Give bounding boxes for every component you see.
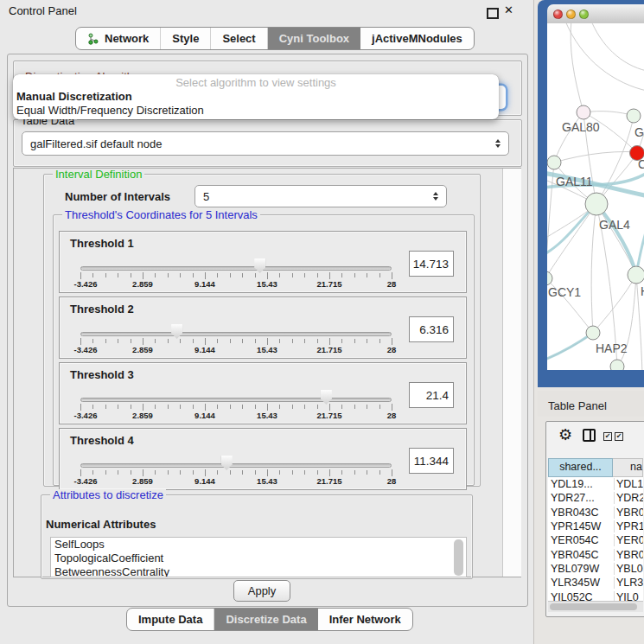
horizontal-scrollbar-thumb[interactable] bbox=[550, 603, 637, 610]
slider-tick-label: 15.43 bbox=[257, 476, 277, 486]
tab-style[interactable]: Style bbox=[161, 28, 211, 49]
network-view-window: GAL80GACGAL11GAL4GCY1HHAP2 bbox=[538, 0, 644, 387]
network-node[interactable] bbox=[547, 271, 552, 285]
tab-network[interactable]: Network bbox=[76, 28, 161, 49]
slider-handle[interactable] bbox=[221, 456, 233, 470]
network-node[interactable] bbox=[585, 193, 608, 215]
slider-track[interactable] bbox=[80, 463, 392, 468]
number-of-intervals-value: 5 bbox=[203, 190, 209, 203]
attribute-list-item[interactable]: TopologicalCoefficient bbox=[51, 552, 466, 565]
tab-jactivemnodules[interactable]: jActiveMNodules bbox=[360, 28, 474, 49]
gear-icon[interactable]: ⚙ bbox=[558, 425, 572, 443]
attribute-list-item[interactable]: SelfLoops bbox=[51, 538, 466, 552]
cyni-toolbox-panel: Discretization Algorithm Select algorith… bbox=[7, 54, 528, 607]
attributes-group: Attributes to discretize Numerical Attri… bbox=[41, 494, 473, 579]
cell-name: YDL1 bbox=[614, 478, 643, 490]
network-node[interactable] bbox=[610, 360, 624, 370]
threshold-panel-1: Threshold 1-3.4262.8599.14415.4321.71528… bbox=[59, 231, 467, 293]
checked-checkbox-icon[interactable]: ✔ bbox=[603, 432, 612, 441]
thresholds-group: Threshold's Coordinates for 5 Intervals … bbox=[53, 214, 475, 486]
close-icon[interactable]: ✕ bbox=[504, 3, 513, 16]
slider-handle[interactable] bbox=[321, 390, 332, 405]
attribute-list-item[interactable]: BetweennessCentrality bbox=[51, 565, 466, 577]
slider-tick-label: 2.859 bbox=[132, 476, 153, 486]
table-row[interactable]: YBR045CYBR0 bbox=[548, 547, 643, 561]
table-row[interactable]: YER054CYER0 bbox=[548, 533, 643, 547]
close-traffic-light-icon[interactable] bbox=[553, 10, 563, 19]
minimize-traffic-light-icon[interactable] bbox=[566, 10, 576, 19]
network-node-label: GA bbox=[634, 125, 644, 139]
scrollbar-track[interactable] bbox=[502, 169, 521, 577]
dropdown-option-equal-width-frequency-discretization[interactable]: Equal Width/Frequency Discretization bbox=[13, 104, 499, 118]
tab-infer-network[interactable]: Infer Network bbox=[318, 609, 412, 630]
slider-track[interactable] bbox=[80, 332, 392, 336]
tab-label: Infer Network bbox=[329, 613, 401, 626]
slider-tick-label: 9.144 bbox=[194, 279, 215, 289]
list-scrollbar-thumb[interactable] bbox=[454, 539, 463, 576]
combo-arrows-icon bbox=[433, 192, 438, 201]
control-panel-window: Control Panel ✕ NetworkStyleSelectCyni T… bbox=[0, 0, 534, 644]
threshold-value-field[interactable]: 11.344 bbox=[409, 448, 454, 474]
table-row[interactable]: YBR043CYBR0 bbox=[548, 506, 643, 520]
slider-tick-label: 15.43 bbox=[257, 345, 277, 354]
slider-handle[interactable] bbox=[171, 324, 182, 339]
dropdown-option-manual-discretization[interactable]: Manual Discretization bbox=[13, 90, 499, 104]
split-columns-icon[interactable] bbox=[583, 429, 596, 442]
slider-tick-label: 9.144 bbox=[194, 411, 215, 420]
network-node[interactable] bbox=[577, 105, 590, 119]
slider-handle[interactable] bbox=[254, 258, 265, 273]
network-edge bbox=[596, 204, 636, 275]
column-header-name[interactable]: na bbox=[613, 458, 643, 477]
dropdown-placeholder-option[interactable]: Select algorithm to view settings bbox=[13, 74, 499, 90]
table-row[interactable]: YDR27...YDR2 bbox=[548, 491, 643, 505]
table-data-combobox[interactable]: galFiltered.sif default node bbox=[22, 131, 509, 156]
tab-discretize-data[interactable]: Discretize Data bbox=[214, 609, 317, 630]
horizontal-scrollbar-track[interactable] bbox=[548, 601, 643, 612]
cell-name: YBL0 bbox=[614, 563, 643, 575]
network-canvas[interactable]: GAL80GACGAL11GAL4GCY1HHAP2 bbox=[547, 23, 644, 370]
tab-cyni-toolbox[interactable]: Cyni Toolbox bbox=[268, 28, 360, 49]
table-row[interactable]: YBL079WYBL0 bbox=[548, 562, 643, 576]
slider-tick-label: 9.144 bbox=[194, 345, 215, 354]
tab-select[interactable]: Select bbox=[211, 28, 267, 49]
table-row[interactable]: YIL052CYIL0 bbox=[548, 590, 643, 601]
threshold-label: Threshold 1 bbox=[70, 237, 134, 250]
slider-tick-label: 2.859 bbox=[132, 345, 153, 354]
network-node[interactable] bbox=[586, 326, 600, 340]
network-edge bbox=[591, 204, 596, 333]
table-row[interactable]: YPR145WYPR1 bbox=[548, 520, 643, 533]
tab-label: jActiveMNodules bbox=[372, 32, 462, 45]
float-window-icon[interactable] bbox=[487, 8, 499, 19]
slider-tick-label: 21.715 bbox=[316, 476, 341, 486]
network-node[interactable] bbox=[547, 156, 561, 169]
network-node-label: GAL80 bbox=[562, 120, 600, 134]
threshold-value-field[interactable]: 21.4 bbox=[409, 382, 454, 408]
network-edge bbox=[571, 23, 583, 112]
checked-checkbox-icon[interactable]: ✔ bbox=[615, 432, 623, 441]
table-row[interactable]: YDL19...YDL1 bbox=[548, 477, 643, 491]
column-header-shared-name[interactable]: shared... bbox=[548, 458, 613, 477]
table-row[interactable]: YLR345WYLR3 bbox=[548, 576, 643, 590]
zoom-traffic-light-icon[interactable] bbox=[579, 10, 589, 19]
threshold-label: Threshold 4 bbox=[70, 434, 134, 447]
network-node[interactable] bbox=[628, 266, 644, 284]
network-edge bbox=[590, 23, 644, 71]
cell-shared-name: YDR27... bbox=[548, 492, 614, 504]
network-edge bbox=[547, 333, 593, 360]
threshold-value-field[interactable]: 6.316 bbox=[409, 316, 454, 342]
threshold-value-field[interactable]: 14.713 bbox=[409, 251, 454, 277]
number-of-intervals-combobox[interactable]: 5 bbox=[194, 185, 447, 207]
settings-scroll-panel: Interval Definition Number of Intervals … bbox=[13, 168, 521, 577]
tab-impute-data[interactable]: Impute Data bbox=[127, 609, 214, 630]
cell-name: YER0 bbox=[614, 534, 643, 546]
network-node[interactable] bbox=[627, 109, 641, 123]
slider-track[interactable] bbox=[80, 266, 392, 271]
network-node-label: GAL11 bbox=[556, 175, 593, 188]
bottom-tab-bar: Impute DataDiscretize DataInfer Network bbox=[126, 608, 413, 631]
network-node-label: C bbox=[638, 157, 644, 171]
network-edge bbox=[547, 367, 617, 370]
apply-button[interactable]: Apply bbox=[233, 580, 290, 602]
numerical-attributes-label: Numerical Attributes bbox=[46, 518, 156, 531]
slider-tick-label: 28 bbox=[387, 279, 397, 289]
slider-track[interactable] bbox=[80, 398, 392, 402]
